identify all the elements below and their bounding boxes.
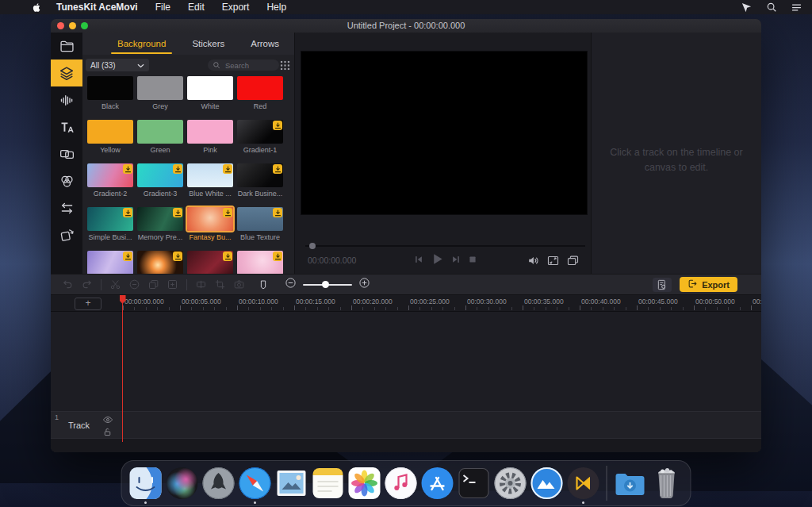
seek-handle[interactable] bbox=[309, 243, 316, 249]
add-icon[interactable] bbox=[167, 278, 178, 290]
dock-icon-siri[interactable] bbox=[164, 463, 201, 503]
timeline-ruler[interactable]: + 00:00:00.00000:00:05.00000:00:10.00000… bbox=[51, 295, 761, 312]
background-thumbnail[interactable] bbox=[87, 163, 133, 187]
sidebar-item-audio[interactable] bbox=[51, 86, 82, 113]
dock-icon-photos[interactable] bbox=[347, 463, 383, 503]
menu-item-file[interactable]: File bbox=[155, 2, 170, 13]
track-row[interactable]: 1 Track bbox=[51, 411, 761, 439]
download-badge-icon[interactable] bbox=[273, 164, 282, 174]
background-thumbnail[interactable] bbox=[187, 251, 233, 274]
background-thumbnail[interactable] bbox=[137, 120, 183, 144]
download-badge-icon[interactable] bbox=[123, 164, 132, 174]
download-badge-icon[interactable] bbox=[173, 252, 182, 261]
background-thumbnail[interactable] bbox=[237, 251, 283, 274]
preview-canvas[interactable] bbox=[301, 52, 587, 214]
background-thumbnail[interactable] bbox=[137, 163, 183, 187]
sidebar-item-rotate-crop[interactable] bbox=[51, 221, 82, 248]
dock-icon-acemovi[interactable] bbox=[565, 463, 602, 503]
sidebar-item-behaviors[interactable] bbox=[51, 194, 82, 221]
download-badge-icon[interactable] bbox=[123, 252, 132, 261]
stop-icon[interactable] bbox=[468, 255, 477, 264]
dock-icon-downloads[interactable] bbox=[612, 463, 649, 503]
track-unlock-icon[interactable] bbox=[102, 427, 113, 437]
dock-icon-app-store[interactable] bbox=[419, 463, 456, 503]
background-thumbnail[interactable] bbox=[87, 120, 133, 144]
background-thumbnail[interactable] bbox=[237, 163, 283, 187]
download-badge-icon[interactable] bbox=[223, 164, 232, 174]
export-button[interactable]: Export bbox=[680, 277, 737, 292]
background-thumbnail[interactable] bbox=[187, 76, 233, 100]
spotlight-icon[interactable] bbox=[766, 2, 777, 13]
background-thumbnail[interactable] bbox=[187, 120, 233, 144]
zoom-slider-handle[interactable] bbox=[322, 281, 329, 288]
sidebar-item-split-screen[interactable] bbox=[51, 140, 82, 167]
download-badge-icon[interactable] bbox=[223, 252, 232, 261]
track-visibility-eye-icon[interactable] bbox=[102, 414, 113, 425]
zoom-slider[interactable] bbox=[303, 284, 352, 286]
crop-icon[interactable] bbox=[214, 278, 226, 290]
background-thumbnail[interactable] bbox=[87, 207, 133, 231]
marker-icon[interactable] bbox=[258, 279, 269, 290]
sidebar-item-filters[interactable] bbox=[51, 167, 82, 194]
pip-icon[interactable] bbox=[566, 254, 580, 267]
download-badge-icon[interactable] bbox=[173, 208, 182, 217]
dock-icon-launchpad[interactable] bbox=[201, 463, 237, 503]
project-settings-button[interactable] bbox=[653, 278, 672, 292]
download-badge-icon[interactable] bbox=[223, 208, 232, 217]
download-badge-icon[interactable] bbox=[173, 164, 182, 174]
search-input[interactable] bbox=[224, 60, 274, 71]
background-thumbnail[interactable] bbox=[187, 163, 233, 187]
search-box[interactable] bbox=[208, 60, 279, 71]
category-dropdown[interactable]: All (33) bbox=[86, 59, 149, 71]
menu-item-export[interactable]: Export bbox=[222, 2, 250, 13]
dock-icon-terminal[interactable] bbox=[456, 463, 492, 503]
play-icon[interactable] bbox=[431, 252, 444, 266]
apple-menu-icon[interactable] bbox=[32, 2, 42, 13]
sidebar-item-text[interactable] bbox=[51, 113, 82, 140]
dock-icon-system-preferences[interactable] bbox=[492, 463, 529, 503]
snapshot-icon[interactable] bbox=[233, 278, 245, 290]
cut-icon[interactable] bbox=[109, 278, 121, 290]
playhead[interactable] bbox=[122, 295, 124, 442]
dock-icon-safari[interactable] bbox=[237, 463, 274, 503]
sidebar-item-background[interactable] bbox=[51, 60, 82, 86]
grid-view-icon[interactable] bbox=[280, 60, 290, 74]
track-lane[interactable] bbox=[123, 412, 761, 438]
next-frame-icon[interactable] bbox=[451, 255, 461, 264]
seek-bar[interactable] bbox=[305, 245, 585, 247]
menu-item-edit[interactable]: Edit bbox=[188, 2, 205, 13]
download-badge-icon[interactable] bbox=[123, 208, 132, 217]
zoom-out-icon[interactable] bbox=[285, 277, 297, 292]
zoom-in-icon[interactable] bbox=[358, 277, 370, 292]
undo-icon[interactable] bbox=[62, 278, 74, 290]
delete-icon[interactable] bbox=[128, 278, 140, 290]
split-icon[interactable] bbox=[195, 278, 207, 290]
dock-icon-trash[interactable] bbox=[649, 463, 685, 503]
tab-background[interactable]: Background bbox=[117, 39, 166, 48]
background-thumbnail[interactable] bbox=[137, 207, 183, 231]
download-badge-icon[interactable] bbox=[273, 208, 282, 217]
previous-frame-icon[interactable] bbox=[414, 255, 423, 264]
sidebar-item-media[interactable] bbox=[51, 33, 82, 60]
menu-list-icon[interactable] bbox=[791, 2, 802, 13]
background-thumbnail[interactable] bbox=[87, 251, 133, 274]
fit-screen-icon[interactable] bbox=[546, 254, 560, 267]
background-thumbnail[interactable] bbox=[137, 251, 183, 274]
download-badge-icon[interactable] bbox=[273, 252, 282, 261]
menu-item-help[interactable]: Help bbox=[266, 2, 286, 13]
pointer-icon[interactable] bbox=[741, 2, 753, 13]
download-badge-icon[interactable] bbox=[273, 121, 282, 130]
dock-icon-mail[interactable] bbox=[274, 463, 310, 503]
background-thumbnail[interactable] bbox=[237, 76, 283, 100]
background-thumbnail[interactable] bbox=[137, 76, 183, 100]
menu-app-name[interactable]: TunesKit AceMovi bbox=[56, 2, 138, 13]
dock-icon-itunes[interactable] bbox=[383, 463, 419, 503]
dock-icon-mountain-app[interactable] bbox=[529, 463, 565, 503]
background-thumbnail[interactable] bbox=[237, 120, 283, 144]
copy-icon[interactable] bbox=[147, 278, 159, 290]
tab-arrows[interactable]: Arrows bbox=[251, 39, 279, 48]
volume-icon[interactable] bbox=[527, 254, 540, 267]
add-track-button[interactable]: + bbox=[75, 298, 102, 310]
tab-stickers[interactable]: Stickers bbox=[192, 39, 224, 48]
background-thumbnail[interactable] bbox=[187, 207, 233, 231]
